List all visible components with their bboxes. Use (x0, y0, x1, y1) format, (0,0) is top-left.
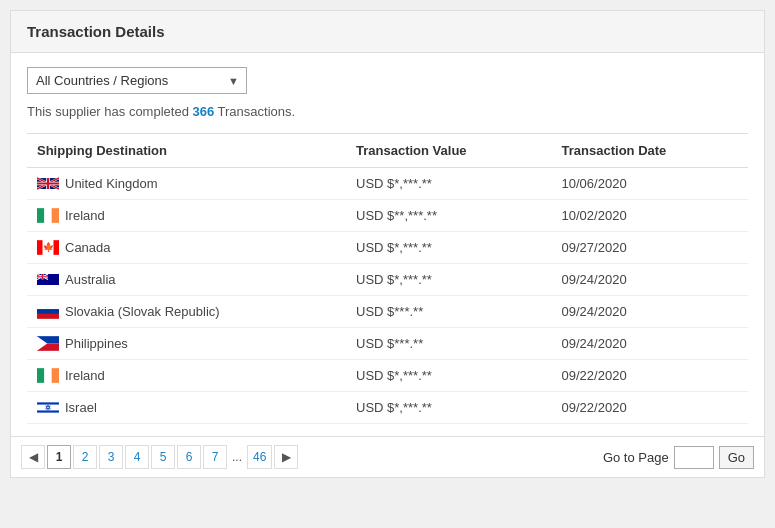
transaction-value-cell: USD $**,***.** (346, 200, 552, 232)
transaction-value-cell: USD $*,***.** (346, 168, 552, 200)
country-cell: Ireland (27, 200, 346, 232)
transaction-date-cell: 09/27/2020 (552, 232, 748, 264)
country-cell: Australia (27, 264, 346, 296)
svg-rect-2 (44, 208, 51, 223)
country-name: Israel (65, 400, 97, 415)
table-row: Ireland USD $*,***.**09/22/2020 (27, 360, 748, 392)
transaction-date-cell: 09/22/2020 (552, 360, 748, 392)
card-header: Transaction Details (11, 11, 764, 53)
transaction-date-cell: 09/24/2020 (552, 296, 748, 328)
col-transaction-date: Transaction Date (552, 134, 748, 168)
country-cell: Philippines (27, 328, 346, 360)
svg-rect-20 (37, 402, 59, 404)
table-header-row: Shipping Destination Transaction Value T… (27, 134, 748, 168)
page-ellipsis: ... (229, 450, 245, 464)
transaction-summary: This supplier has completed 366 Transact… (27, 104, 748, 119)
pagination-row: ◀ 1 2 3 4 5 6 7 ... 46 ▶ Go to Page Go (11, 436, 764, 477)
goto-label: Go to Page (603, 450, 669, 465)
transaction-date-cell: 09/22/2020 (552, 392, 748, 424)
svg-rect-6 (54, 240, 60, 255)
page-numbers: ◀ 1 2 3 4 5 6 7 ... 46 ▶ (21, 445, 298, 469)
page-1-button[interactable]: 1 (47, 445, 71, 469)
canada-flag-icon: 🍁 (37, 240, 59, 255)
svg-rect-16 (37, 368, 44, 383)
table-row: Ireland USD $**,***.**10/02/2020 (27, 200, 748, 232)
country-cell: 🍁 Canada (27, 232, 346, 264)
table-row: 🍁 Canada USD $*,***.**09/27/2020 (27, 232, 748, 264)
country-name: United Kingdom (65, 176, 158, 191)
slovakia-flag-icon (37, 304, 59, 319)
svg-rect-3 (52, 208, 59, 223)
goto-page-input[interactable] (674, 446, 714, 469)
table-row: United Kingdom USD $*,***.**10/06/2020 (27, 168, 748, 200)
transaction-value-cell: USD $***.** (346, 328, 552, 360)
country-name: Ireland (65, 208, 105, 223)
transaction-count-link[interactable]: 366 (192, 104, 214, 119)
svg-text:🍁: 🍁 (43, 241, 54, 253)
svg-rect-1 (37, 208, 44, 223)
country-name: Australia (65, 272, 116, 287)
country-name: Slovakia (Slovak Republic) (65, 304, 220, 319)
country-cell: Slovakia (Slovak Republic) (27, 296, 346, 328)
filter-row: All Countries / Regions United Kingdom I… (27, 67, 748, 94)
philippines-flag-icon (37, 336, 59, 351)
country-region-select[interactable]: All Countries / Regions United Kingdom I… (27, 67, 247, 94)
page-title: Transaction Details (27, 23, 748, 40)
country-cell: Ireland (27, 360, 346, 392)
country-cell: United Kingdom (27, 168, 346, 200)
col-shipping-destination: Shipping Destination (27, 134, 346, 168)
table-row: Israel USD $*,***.**09/22/2020 (27, 392, 748, 424)
transaction-details-card: Transaction Details All Countries / Regi… (10, 10, 765, 478)
table-row: Philippines USD $***.**09/24/2020 (27, 328, 748, 360)
svg-rect-5 (37, 240, 43, 255)
page-7-button[interactable]: 7 (203, 445, 227, 469)
summary-prefix: This supplier has completed (27, 104, 192, 119)
prev-page-button[interactable]: ◀ (21, 445, 45, 469)
svg-rect-17 (44, 368, 51, 383)
page-4-button[interactable]: 4 (125, 445, 149, 469)
country-name: Philippines (65, 336, 128, 351)
page-3-button[interactable]: 3 (99, 445, 123, 469)
card-body: All Countries / Regions United Kingdom I… (11, 53, 764, 432)
israel-flag-icon (37, 400, 59, 415)
page-2-button[interactable]: 2 (73, 445, 97, 469)
transaction-value-cell: USD $*,***.** (346, 360, 552, 392)
australia-flag-icon (37, 272, 59, 287)
transaction-value-cell: USD $***.** (346, 296, 552, 328)
page-last-button[interactable]: 46 (247, 445, 272, 469)
country-name: Ireland (65, 368, 105, 383)
svg-rect-21 (37, 410, 59, 412)
transaction-value-cell: USD $*,***.** (346, 392, 552, 424)
transaction-date-cell: 10/06/2020 (552, 168, 748, 200)
svg-rect-12 (37, 314, 59, 319)
ireland-flag-icon (37, 208, 59, 223)
transaction-value-cell: USD $*,***.** (346, 264, 552, 296)
ireland-flag-icon (37, 368, 59, 383)
table-row: Slovakia (Slovak Republic) USD $***.**09… (27, 296, 748, 328)
next-page-button[interactable]: ▶ (274, 445, 298, 469)
transaction-value-cell: USD $*,***.** (346, 232, 552, 264)
transaction-date-cell: 09/24/2020 (552, 264, 748, 296)
country-name: Canada (65, 240, 111, 255)
transaction-date-cell: 10/02/2020 (552, 200, 748, 232)
page-5-button[interactable]: 5 (151, 445, 175, 469)
goto-go-button[interactable]: Go (719, 446, 754, 469)
svg-rect-18 (52, 368, 59, 383)
svg-rect-11 (37, 309, 59, 314)
goto-page-row: Go to Page Go (603, 446, 754, 469)
country-cell: Israel (27, 392, 346, 424)
col-transaction-value: Transaction Value (346, 134, 552, 168)
country-filter-wrapper: All Countries / Regions United Kingdom I… (27, 67, 247, 94)
transaction-date-cell: 09/24/2020 (552, 328, 748, 360)
table-row: Australia USD $*,***.**09/24/2020 (27, 264, 748, 296)
page-6-button[interactable]: 6 (177, 445, 201, 469)
summary-suffix: Transactions. (214, 104, 295, 119)
uk-flag-icon (37, 176, 59, 191)
transactions-table: Shipping Destination Transaction Value T… (27, 133, 748, 424)
